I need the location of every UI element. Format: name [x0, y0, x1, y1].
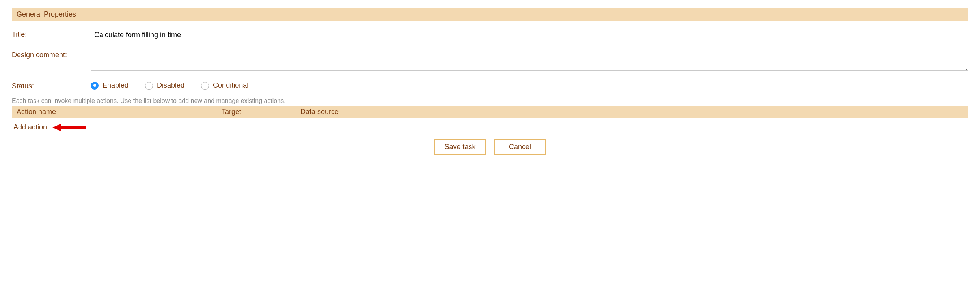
column-header-target: Target [222, 108, 300, 116]
status-radio-disabled[interactable]: Disabled [145, 81, 184, 90]
add-action-row: Add action [12, 123, 968, 131]
radio-icon [201, 82, 209, 90]
status-radio-conditional[interactable]: Conditional [201, 81, 248, 90]
column-header-data-source: Data source [300, 108, 963, 116]
radio-label-conditional: Conditional [213, 81, 248, 90]
actions-table-header: Action name Target Data source [12, 106, 968, 118]
radio-icon [145, 82, 153, 90]
form-row-design-comment: Design comment: [12, 49, 968, 73]
design-comment-textarea[interactable] [91, 49, 968, 71]
column-header-action-name: Action name [17, 108, 222, 116]
radio-icon [91, 82, 99, 90]
button-row: Save task Cancel [12, 139, 968, 155]
title-input[interactable] [91, 28, 968, 41]
status-label: Status: [12, 80, 91, 90]
status-radio-group: Enabled Disabled Conditional [91, 80, 968, 90]
status-radio-enabled[interactable]: Enabled [91, 81, 129, 90]
arrow-annotation-icon [52, 124, 86, 131]
actions-help-text: Each task can invoke multiple actions. U… [12, 98, 968, 105]
design-comment-label: Design comment: [12, 49, 91, 59]
section-header-general-properties: General Properties [12, 8, 968, 21]
form-row-title: Title: [12, 28, 968, 41]
radio-label-disabled: Disabled [157, 81, 184, 90]
form-row-status: Status: Enabled Disabled Conditional [12, 80, 968, 90]
radio-label-enabled: Enabled [102, 81, 129, 90]
save-task-button[interactable]: Save task [434, 139, 486, 155]
title-label: Title: [12, 28, 91, 39]
cancel-button[interactable]: Cancel [494, 139, 546, 155]
add-action-link[interactable]: Add action [13, 123, 47, 131]
